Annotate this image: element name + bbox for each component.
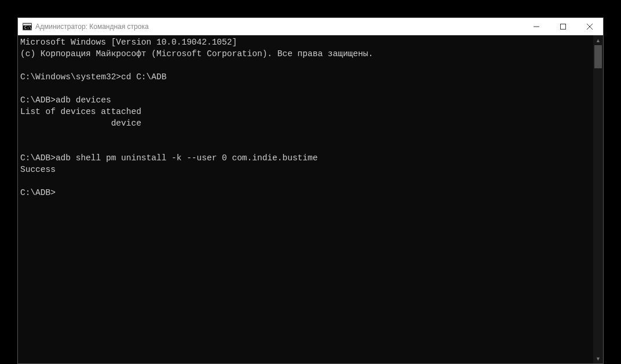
window-controls <box>523 18 603 35</box>
scrollbar-track[interactable] <box>593 45 603 354</box>
scroll-down-arrow-icon[interactable]: ▼ <box>593 354 603 363</box>
vertical-scrollbar[interactable]: ▲ ▼ <box>593 35 603 363</box>
svg-text:C:\: C:\ <box>24 25 32 30</box>
cmd-window: C:\ Администратор: Командная строка <box>17 17 604 364</box>
scrollbar-thumb[interactable] <box>594 45 602 68</box>
close-button[interactable] <box>576 18 603 35</box>
minimize-button[interactable] <box>523 18 550 35</box>
window-title: Администратор: Командная строка <box>35 23 523 31</box>
cmd-icon: C:\ <box>23 22 32 31</box>
minimize-icon <box>534 24 539 30</box>
svg-rect-4 <box>561 24 566 29</box>
close-icon <box>587 24 593 30</box>
maximize-icon <box>560 24 566 30</box>
terminal-output[interactable]: Microsoft Windows [Version 10.0.19042.10… <box>18 35 593 363</box>
console-area: Microsoft Windows [Version 10.0.19042.10… <box>18 35 603 363</box>
scroll-up-arrow-icon[interactable]: ▲ <box>593 35 603 45</box>
titlebar[interactable]: C:\ Администратор: Командная строка <box>18 18 603 35</box>
maximize-button[interactable] <box>550 18 576 35</box>
